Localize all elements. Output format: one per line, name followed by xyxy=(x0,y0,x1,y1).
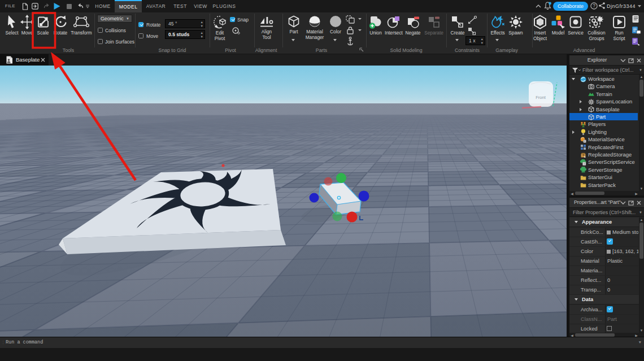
svg-text:Front: Front xyxy=(536,95,546,100)
svg-text:?: ? xyxy=(593,3,595,8)
